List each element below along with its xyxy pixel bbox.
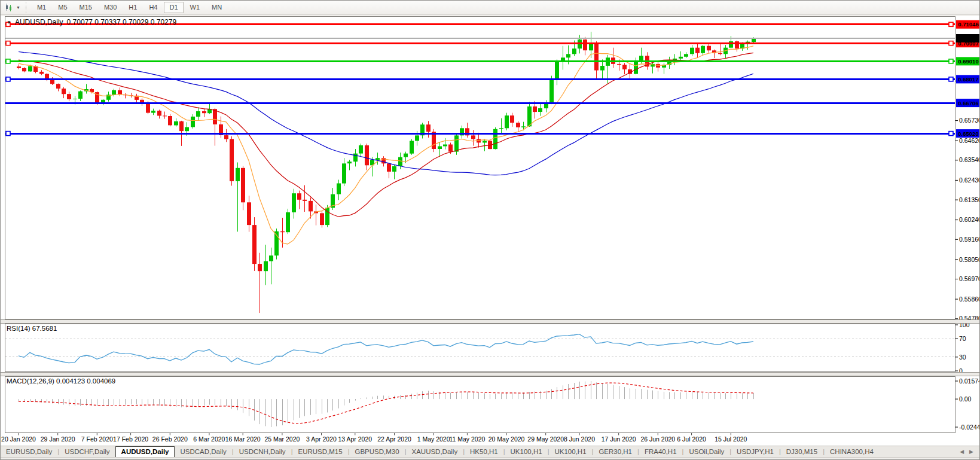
chart-tab-ger30-h1[interactable]: GER30,H1: [593, 446, 637, 457]
timeframe-toolbar: ▼ M1M5M15M30H1H4D1W1MN: [1, 1, 979, 15]
timeframe-button-m5[interactable]: M5: [53, 2, 72, 13]
svg-text:6 Jul 2020: 6 Jul 2020: [677, 435, 706, 443]
svg-text:17 Jun 2020: 17 Jun 2020: [602, 435, 636, 443]
svg-text:8 Jun 2020: 8 Jun 2020: [564, 435, 595, 443]
chart-tab-fra40-h1[interactable]: FRA40,H1: [639, 446, 682, 457]
timeframe-button-mn[interactable]: MN: [206, 2, 227, 13]
chart-title: ▼ AUDUSD,Daily 0.70077 0.70337 0.70029 0…: [7, 18, 176, 26]
svg-text:0.65730: 0.65730: [959, 117, 980, 124]
chart-tab-usdjpy-h1[interactable]: USDJPY,H1: [731, 446, 779, 457]
svg-text:0: 0: [959, 367, 963, 372]
svg-text:0.56970: 0.56970: [959, 275, 980, 282]
timeframe-button-h1[interactable]: H1: [123, 2, 142, 13]
main-chart-canvas[interactable]: 0.679200.657300.646200.635400.624300.613…: [1, 16, 980, 319]
chart-tab-usdcad-daily[interactable]: USDCAD,Daily: [175, 446, 231, 457]
chart-tab-gbpusd-m30[interactable]: GBPUSD,M30: [349, 446, 404, 457]
svg-text:0.64620: 0.64620: [959, 137, 980, 144]
chart-tab-china300-h4[interactable]: CHINA300,H4: [825, 446, 879, 457]
svg-text:0.54780: 0.54780: [959, 315, 980, 319]
macd-canvas[interactable]: 0.0157410.00-0.024412: [1, 376, 980, 433]
svg-text:0.71046: 0.71046: [958, 21, 978, 28]
chart-tab-uk100-h1[interactable]: UK100,H1: [505, 446, 548, 457]
svg-text:11 May 2020: 11 May 2020: [449, 435, 485, 443]
chart-tab-bar: EURUSD,Daily|USDCHF,DailyAUDUSD,DailyUSD…: [1, 446, 980, 457]
svg-text:22 Apr 2020: 22 Apr 2020: [377, 435, 411, 443]
svg-text:17 Feb 2020: 17 Feb 2020: [113, 435, 148, 443]
svg-text:29 May 2020: 29 May 2020: [527, 435, 564, 443]
svg-text:0.63540: 0.63540: [959, 156, 980, 163]
svg-text:0.70279: 0.70279: [958, 35, 978, 42]
macd-label: MACD(12,26,9) 0.004123 0.004069: [7, 377, 115, 385]
svg-text:0.59160: 0.59160: [959, 236, 980, 243]
mt4-window: ▼ M1M5M15M30H1H4D1W1MN 0.679200.657300.6…: [0, 0, 980, 460]
timeframe-button-m30[interactable]: M30: [99, 2, 122, 13]
svg-text:30: 30: [959, 354, 966, 361]
chart-tab-audusd-daily[interactable]: AUDUSD,Daily: [115, 446, 175, 457]
chart-tab-uk100-h1[interactable]: UK100,H1: [549, 446, 591, 457]
svg-text:0.68017: 0.68017: [958, 76, 978, 83]
candlestick-chart-icon: [5, 3, 14, 12]
chart-tab-usoil-daily[interactable]: USOil,Daily: [683, 446, 729, 457]
timeframe-button-m15[interactable]: M15: [74, 2, 97, 13]
chart-tab-xauusd-daily[interactable]: XAUUSD,Daily: [406, 446, 463, 457]
chart-ohlc-values: 0.70077 0.70337 0.70029 0.70279: [67, 18, 177, 26]
chart-tools-button[interactable]: ▼: [2, 2, 23, 14]
chart-tab-hk50-h1[interactable]: HK50,H1: [465, 446, 503, 457]
svg-text:25 Mar 2020: 25 Mar 2020: [264, 435, 300, 443]
svg-text:0.00: 0.00: [959, 395, 972, 403]
timeframe-button-m1[interactable]: M1: [32, 2, 51, 13]
symbol-dropdown-icon[interactable]: ▼: [7, 20, 11, 25]
svg-text:0.61350: 0.61350: [959, 196, 980, 203]
pane-splitter[interactable]: [1, 319, 980, 324]
svg-text:26 Feb 2020: 26 Feb 2020: [152, 435, 188, 443]
svg-text:3 Apr 2020: 3 Apr 2020: [306, 435, 337, 443]
svg-text:15 Jul 2020: 15 Jul 2020: [715, 435, 747, 443]
status-strip: [1, 457, 980, 460]
timeframe-button-d1[interactable]: D1: [164, 2, 183, 13]
svg-text:0.65020: 0.65020: [958, 130, 978, 137]
chart-tab-dj30-m15[interactable]: DJ30,M15: [781, 446, 823, 457]
rsi-pane[interactable]: 10070300 RSI(14) 67.5681: [1, 324, 980, 372]
svg-text:-0.024412: -0.024412: [959, 424, 980, 431]
svg-text:29 Jan 2020: 29 Jan 2020: [41, 435, 75, 443]
chart-tab-eurusd-m15[interactable]: EURUSD,M15: [292, 446, 347, 457]
pane-splitter[interactable]: [1, 372, 980, 376]
svg-text:13 Apr 2020: 13 Apr 2020: [338, 435, 372, 443]
svg-text:100: 100: [959, 324, 970, 328]
svg-text:6 Mar 2020: 6 Mar 2020: [193, 435, 225, 443]
svg-text:0.58050: 0.58050: [959, 256, 980, 263]
rsi-label: RSI(14) 67.5681: [7, 325, 57, 332]
svg-text:70: 70: [959, 335, 966, 342]
rsi-canvas[interactable]: 10070300: [1, 324, 980, 372]
chart-tab-eurusd-daily[interactable]: EURUSD,Daily: [1, 446, 57, 457]
chart-tab-usdcnh-daily[interactable]: USDCNH,Daily: [234, 446, 291, 457]
svg-text:26 Jun 2020: 26 Jun 2020: [640, 435, 675, 443]
chevron-down-icon: ▼: [16, 5, 20, 10]
macd-pane[interactable]: 0.0157410.00-0.024412 MACD(12,26,9) 0.00…: [1, 376, 980, 433]
svg-text:0.60240: 0.60240: [959, 216, 980, 223]
svg-text:1 May 2020: 1 May 2020: [417, 435, 450, 443]
svg-text:0.69010: 0.69010: [958, 58, 978, 65]
svg-text:0.62430: 0.62430: [959, 176, 980, 184]
chart-symbol-timeframe: AUDUSD,Daily: [15, 18, 63, 26]
tab-scroll-right-icon[interactable]: ▶: [969, 449, 973, 455]
tab-scroll-left-icon[interactable]: ◀: [960, 449, 964, 455]
svg-text:0.015741: 0.015741: [959, 377, 980, 385]
main-chart-pane[interactable]: 0.679200.657300.646200.635400.624300.613…: [1, 16, 980, 319]
svg-text:0.55860: 0.55860: [959, 296, 980, 303]
svg-text:7 Feb 2020: 7 Feb 2020: [81, 435, 113, 443]
svg-text:0.66706: 0.66706: [958, 100, 978, 106]
timeframe-button-h4[interactable]: H4: [144, 2, 163, 13]
toolbar-separator: [26, 2, 27, 13]
svg-text:20 Jan 2020: 20 Jan 2020: [1, 435, 36, 443]
chart-tab-usdchf-daily[interactable]: USDCHF,Daily: [59, 446, 115, 457]
time-axis[interactable]: 20 Jan 202029 Jan 20207 Feb 202017 Feb 2…: [1, 433, 980, 446]
timeframe-button-w1[interactable]: W1: [185, 2, 206, 13]
svg-text:16 Mar 2020: 16 Mar 2020: [225, 435, 261, 443]
svg-text:20 May 2020: 20 May 2020: [489, 435, 525, 443]
